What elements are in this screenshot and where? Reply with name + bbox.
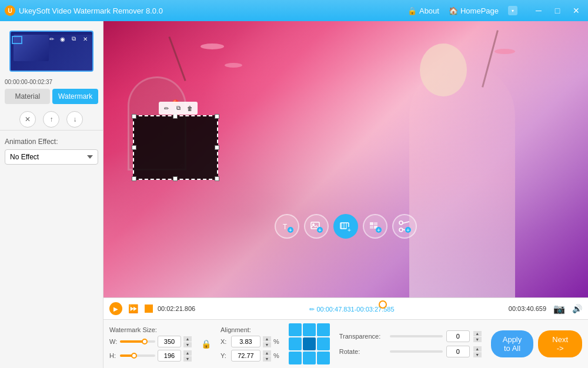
- wm-edit-btn[interactable]: ✏: [161, 103, 172, 113]
- height-input[interactable]: [158, 350, 181, 362]
- delete-item-button[interactable]: ✕: [19, 111, 36, 128]
- align-mr[interactable]: [317, 337, 330, 350]
- apply-to-all-button[interactable]: Apply to All: [491, 330, 534, 357]
- app-title: UkeySoft Video Watermark Remover 8.0.0: [19, 6, 163, 15]
- wm-copy-btn[interactable]: ⧉: [173, 103, 183, 113]
- play-button[interactable]: ▶: [109, 302, 122, 315]
- align-bl[interactable]: [289, 352, 302, 364]
- align-br[interactable]: [317, 352, 330, 364]
- handle-tm[interactable]: [173, 114, 178, 119]
- align-bc[interactable]: [303, 352, 316, 364]
- transparency-slider[interactable]: [390, 335, 443, 337]
- stop-button[interactable]: [145, 305, 153, 313]
- about-nav[interactable]: 🔒 About: [407, 6, 439, 15]
- x-percent: %: [273, 338, 279, 345]
- svg-text:+: +: [348, 227, 351, 233]
- homepage-label[interactable]: HomePage: [460, 6, 499, 15]
- align-tl[interactable]: [289, 323, 302, 336]
- watermark-selection-box[interactable]: 📍 ✏ ⧉ 🗑: [133, 115, 218, 180]
- screenshot-icon[interactable]: 📷: [551, 300, 567, 317]
- anim-select[interactable]: No Effect: [5, 149, 98, 165]
- rotate-down[interactable]: ▼: [473, 352, 482, 357]
- progress-thumb[interactable]: [379, 300, 387, 309]
- height-slider[interactable]: [120, 354, 155, 357]
- rotate-label: Rotate:: [339, 348, 386, 355]
- wm-delete-btn[interactable]: 🗑: [185, 103, 195, 113]
- watermark-toolbar: ✏ ⧉ 🗑: [159, 102, 198, 115]
- handle-bl[interactable]: [132, 176, 136, 181]
- x-input[interactable]: [231, 336, 260, 347]
- y-up[interactable]: ▲: [263, 350, 271, 356]
- content-area: 📍 ✏ ⧉ 🗑 T +: [103, 21, 588, 368]
- trans-up[interactable]: ▲: [473, 331, 482, 336]
- align-mc[interactable]: [303, 337, 316, 350]
- y-down[interactable]: ▼: [263, 356, 271, 362]
- height-row: H: ▲ ▼: [109, 350, 192, 362]
- transparency-input[interactable]: [446, 330, 470, 342]
- width-down[interactable]: ▼: [183, 342, 192, 347]
- height-spinners: ▲ ▼: [183, 350, 192, 362]
- align-tr[interactable]: [317, 323, 330, 336]
- homepage-nav[interactable]: 🏠 HomePage: [449, 6, 499, 15]
- volume-icon[interactable]: 🔊: [572, 304, 582, 313]
- handle-tl[interactable]: [132, 114, 136, 119]
- edit-thumb-icon[interactable]: ✏: [47, 34, 56, 44]
- close-button[interactable]: ✕: [569, 4, 583, 18]
- step-forward-button[interactable]: ⏩: [127, 302, 140, 315]
- maximize-button[interactable]: □: [550, 4, 564, 18]
- end-time: 00:03:40.659: [509, 305, 546, 312]
- width-input[interactable]: [158, 336, 181, 347]
- handle-ml[interactable]: [132, 145, 136, 150]
- move-up-button[interactable]: ↑: [43, 111, 59, 128]
- y-spinners: ▲ ▼: [263, 350, 271, 362]
- transparency-spinners: ▲ ▼: [473, 331, 482, 342]
- rotate-input[interactable]: [446, 346, 470, 357]
- width-spinners: ▲ ▼: [183, 336, 192, 347]
- x-down[interactable]: ▼: [263, 342, 271, 347]
- width-up[interactable]: ▲: [183, 336, 192, 342]
- watermark-size-label: Watermark Size:: [109, 326, 192, 333]
- tab-watermark[interactable]: Watermark: [52, 89, 98, 104]
- timeline: 00:02:21.806 ✏ 00:00:47.831-00:03:27.585…: [158, 305, 546, 313]
- handle-tr[interactable]: [215, 114, 219, 119]
- height-down[interactable]: ▼: [183, 356, 192, 362]
- lock-aspect-icon[interactable]: 🔒: [201, 339, 211, 349]
- trans-down[interactable]: ▼: [473, 337, 482, 342]
- svg-rect-13: [370, 222, 373, 225]
- trim-icon[interactable]: +: [392, 214, 417, 239]
- sidebar: ✏ ◉ ⧉ ✕ 00:00:00-00:02:37 Material Water…: [0, 21, 103, 368]
- video-thumbnail[interactable]: ✏ ◉ ⧉ ✕: [9, 31, 93, 72]
- handle-bm[interactable]: [173, 176, 178, 181]
- mosaic-icon[interactable]: +: [363, 214, 387, 239]
- view-thumb-icon[interactable]: ◉: [58, 34, 68, 44]
- height-up[interactable]: ▲: [183, 350, 192, 356]
- y-input[interactable]: [231, 350, 260, 362]
- move-down-button[interactable]: ↓: [66, 111, 83, 128]
- handle-br[interactable]: [215, 176, 219, 181]
- handle-mr[interactable]: [215, 145, 219, 150]
- close-thumb-icon[interactable]: ✕: [81, 34, 90, 44]
- titlebar-right: 🔒 About 🏠 HomePage ▾ ─ □ ✕: [407, 4, 583, 18]
- tab-material[interactable]: Material: [5, 89, 50, 104]
- watermark-remove-icon[interactable]: +: [333, 214, 358, 239]
- align-ml[interactable]: [289, 337, 302, 350]
- anim-label: Animation Effect:: [5, 138, 98, 146]
- rotate-row: Rotate: ▲ ▼: [339, 346, 482, 357]
- about-label[interactable]: About: [419, 6, 439, 15]
- x-up[interactable]: ▲: [263, 336, 271, 342]
- next-button[interactable]: Next ->: [538, 330, 582, 357]
- thumb-icons: ✏ ◉ ⧉ ✕: [47, 34, 90, 44]
- x-label: X:: [220, 338, 229, 345]
- align-tc[interactable]: [303, 323, 316, 336]
- add-image-icon[interactable]: +: [304, 214, 329, 239]
- menu-dropdown[interactable]: ▾: [508, 6, 517, 15]
- svg-text:+: +: [377, 227, 380, 233]
- rotate-slider[interactable]: [390, 350, 443, 353]
- app-icon: U: [5, 5, 15, 16]
- minimize-button[interactable]: ─: [532, 4, 546, 18]
- w-label: W:: [109, 338, 118, 345]
- add-text-icon[interactable]: T +: [275, 214, 299, 239]
- width-slider[interactable]: [120, 340, 155, 343]
- copy-thumb-icon[interactable]: ⧉: [69, 34, 79, 44]
- rotate-up[interactable]: ▲: [473, 346, 482, 352]
